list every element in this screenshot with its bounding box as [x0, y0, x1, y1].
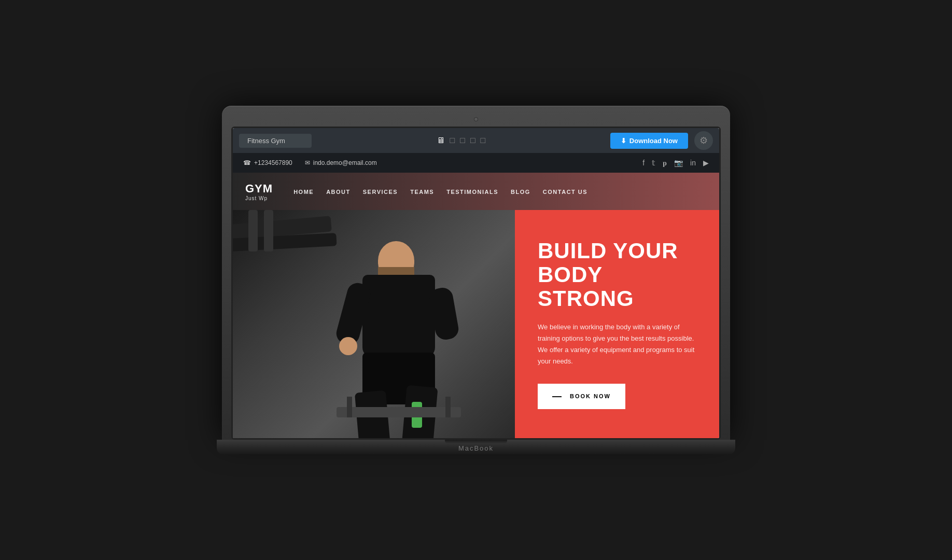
nav-item-services[interactable]: SERVICES [363, 187, 398, 196]
nav-item-about[interactable]: ABOUT [326, 187, 351, 196]
nav-link-teams[interactable]: TEAMS [410, 189, 434, 195]
nav-item-home[interactable]: HOME [293, 187, 314, 196]
nav-link-services[interactable]: SERVICES [363, 189, 398, 195]
camera-bar [231, 115, 721, 123]
headline-line2: STRONG [538, 286, 634, 311]
laptop-hinge [445, 440, 507, 444]
toolbar: Fitness Gym 🖥 □ □ □ □ ⬇ Download Now ⚙ [233, 128, 719, 153]
nav-item-contact[interactable]: CONTACT US [543, 187, 587, 196]
nav-link-testimonials[interactable]: TESTIMONIALS [446, 189, 498, 195]
social-icons: f 𝕥 𝐩 📷 in ▶ [642, 159, 709, 167]
download-button[interactable]: ⬇ Download Now [610, 133, 688, 149]
hero-image [233, 210, 515, 438]
nav-link-home[interactable]: HOME [293, 189, 314, 195]
logo-main: GYM [245, 182, 273, 195]
laptop-base: MacBook [217, 440, 735, 454]
twitter-icon[interactable]: 𝕥 [652, 159, 655, 167]
site-nav: HOME ABOUT SERVICES TEAMS TESTIMONIALS B… [293, 187, 587, 196]
device-icons: 🖥 □ □ □ □ [318, 136, 604, 145]
phone-icon: ☎ [243, 159, 251, 166]
desktop-icon[interactable]: 🖥 [437, 136, 445, 145]
mobile-icon[interactable]: □ [481, 136, 486, 145]
download-label: Download Now [629, 137, 678, 145]
site-header: GYM Just Wp HOME ABOUT SERVICES TEAMS TE… [233, 173, 719, 210]
nav-item-teams[interactable]: TEAMS [410, 187, 434, 196]
instagram-icon[interactable]: 📷 [674, 159, 683, 167]
headline-line1: BUILD YOUR BODY [538, 239, 678, 287]
book-now-button[interactable]: — BOOK NOW [538, 384, 625, 409]
camera [474, 118, 478, 121]
hero-content: BUILD YOUR BODY STRONG We believe in wor… [515, 210, 719, 438]
equipment-handle-1 [248, 210, 258, 251]
figure-hand-left [339, 337, 357, 355]
tablet-small-icon[interactable]: □ [470, 136, 475, 145]
screen-content: Fitness Gym 🖥 □ □ □ □ ⬇ Download Now ⚙ [233, 128, 719, 438]
figure-torso [362, 275, 435, 358]
hero-bg [233, 210, 515, 438]
nav-list: HOME ABOUT SERVICES TEAMS TESTIMONIALS B… [293, 187, 587, 196]
laptop-brand-label: MacBook [458, 444, 494, 452]
arrow-icon: — [552, 391, 563, 402]
youtube-icon[interactable]: ▶ [703, 159, 709, 167]
screen-bezel: Fitness Gym 🖥 □ □ □ □ ⬇ Download Now ⚙ [231, 127, 721, 440]
email-icon: ✉ [305, 159, 310, 166]
phone-item: ☎ +1234567890 [243, 159, 292, 166]
athlete-figure [337, 241, 461, 438]
pinterest-icon[interactable]: 𝐩 [663, 159, 667, 167]
equipment-handle-2 [264, 210, 273, 251]
laptop-icon[interactable]: □ [450, 136, 455, 145]
bench [337, 407, 461, 417]
email-address: indo.demo@email.com [313, 159, 377, 166]
nav-item-blog[interactable]: BLOG [511, 187, 530, 196]
scene: Fitness Gym 🖥 □ □ □ □ ⬇ Download Now ⚙ [217, 106, 735, 454]
bench-leg-1 [347, 397, 352, 417]
tablet-icon[interactable]: □ [460, 136, 465, 145]
nav-link-about[interactable]: ABOUT [326, 189, 351, 195]
logo-sub: Just Wp [245, 195, 273, 201]
site-logo: GYM Just Wp [245, 182, 273, 201]
bench-leg-2 [445, 397, 451, 417]
nav-link-contact[interactable]: CONTACT US [543, 189, 587, 195]
email-item: ✉ indo.demo@email.com [305, 159, 377, 166]
nav-item-testimonials[interactable]: TESTIMONIALS [446, 187, 498, 196]
gear-icon: ⚙ [699, 135, 708, 146]
phone-number: +1234567890 [254, 159, 292, 166]
facebook-icon[interactable]: f [642, 159, 645, 167]
book-now-label: BOOK NOW [570, 393, 611, 399]
gear-button[interactable]: ⚙ [694, 131, 713, 150]
hero-headline: BUILD YOUR BODY STRONG [538, 239, 696, 311]
toolbar-title: Fitness Gym [239, 134, 312, 148]
contact-bar: ☎ +1234567890 ✉ indo.demo@email.com f 𝕥 … [233, 153, 719, 173]
hero-section: BUILD YOUR BODY STRONG We believe in wor… [233, 210, 719, 438]
download-icon: ⬇ [621, 137, 626, 145]
hero-description: We believe in working the body with a va… [538, 321, 696, 367]
contact-info: ☎ +1234567890 ✉ indo.demo@email.com [243, 159, 642, 166]
linkedin-icon[interactable]: in [690, 159, 696, 167]
laptop-outer: Fitness Gym 🖥 □ □ □ □ ⬇ Download Now ⚙ [222, 106, 730, 440]
nav-link-blog[interactable]: BLOG [511, 189, 530, 195]
